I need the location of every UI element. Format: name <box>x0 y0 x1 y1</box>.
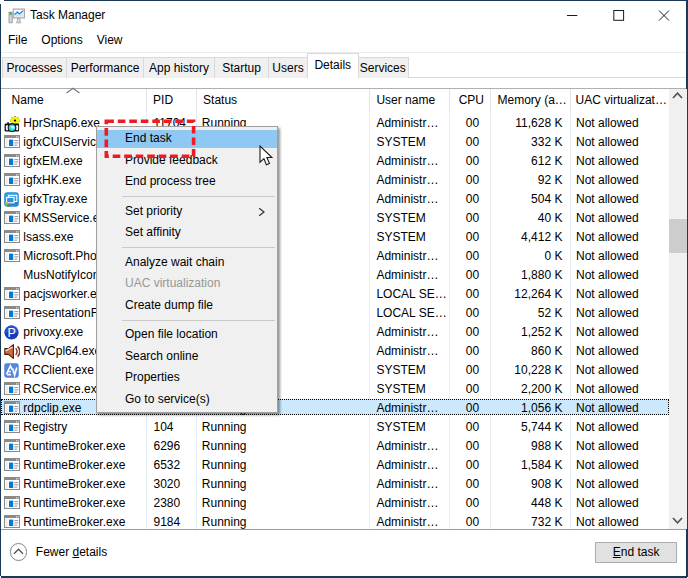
svg-text:P: P <box>7 326 15 340</box>
